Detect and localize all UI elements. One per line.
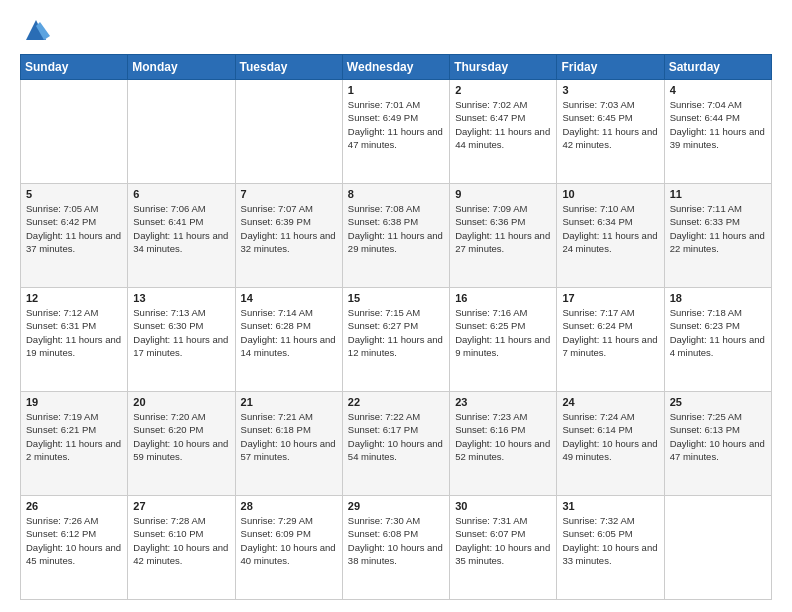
calendar-cell: 26Sunrise: 7:26 AM Sunset: 6:12 PM Dayli…: [21, 496, 128, 600]
day-info: Sunrise: 7:18 AM Sunset: 6:23 PM Dayligh…: [670, 306, 766, 359]
day-info: Sunrise: 7:14 AM Sunset: 6:28 PM Dayligh…: [241, 306, 337, 359]
day-info: Sunrise: 7:24 AM Sunset: 6:14 PM Dayligh…: [562, 410, 658, 463]
day-info: Sunrise: 7:19 AM Sunset: 6:21 PM Dayligh…: [26, 410, 122, 463]
day-info: Sunrise: 7:30 AM Sunset: 6:08 PM Dayligh…: [348, 514, 444, 567]
calendar-cell: 25Sunrise: 7:25 AM Sunset: 6:13 PM Dayli…: [664, 392, 771, 496]
calendar-row: 12Sunrise: 7:12 AM Sunset: 6:31 PM Dayli…: [21, 288, 772, 392]
calendar-cell: 5Sunrise: 7:05 AM Sunset: 6:42 PM Daylig…: [21, 184, 128, 288]
calendar-cell: 22Sunrise: 7:22 AM Sunset: 6:17 PM Dayli…: [342, 392, 449, 496]
day-info: Sunrise: 7:21 AM Sunset: 6:18 PM Dayligh…: [241, 410, 337, 463]
day-info: Sunrise: 7:06 AM Sunset: 6:41 PM Dayligh…: [133, 202, 229, 255]
day-info: Sunrise: 7:16 AM Sunset: 6:25 PM Dayligh…: [455, 306, 551, 359]
calendar-cell: [235, 80, 342, 184]
day-number: 7: [241, 188, 337, 200]
day-number: 21: [241, 396, 337, 408]
calendar-cell: 30Sunrise: 7:31 AM Sunset: 6:07 PM Dayli…: [450, 496, 557, 600]
day-number: 8: [348, 188, 444, 200]
day-number: 19: [26, 396, 122, 408]
calendar-cell: 13Sunrise: 7:13 AM Sunset: 6:30 PM Dayli…: [128, 288, 235, 392]
day-info: Sunrise: 7:26 AM Sunset: 6:12 PM Dayligh…: [26, 514, 122, 567]
day-info: Sunrise: 7:07 AM Sunset: 6:39 PM Dayligh…: [241, 202, 337, 255]
day-number: 10: [562, 188, 658, 200]
calendar-day-header: Friday: [557, 55, 664, 80]
calendar-cell: 10Sunrise: 7:10 AM Sunset: 6:34 PM Dayli…: [557, 184, 664, 288]
calendar-cell: 7Sunrise: 7:07 AM Sunset: 6:39 PM Daylig…: [235, 184, 342, 288]
day-number: 18: [670, 292, 766, 304]
day-number: 26: [26, 500, 122, 512]
calendar-cell: 4Sunrise: 7:04 AM Sunset: 6:44 PM Daylig…: [664, 80, 771, 184]
calendar-day-header: Wednesday: [342, 55, 449, 80]
calendar-cell: 16Sunrise: 7:16 AM Sunset: 6:25 PM Dayli…: [450, 288, 557, 392]
day-number: 24: [562, 396, 658, 408]
header: [20, 16, 772, 44]
calendar-cell: 23Sunrise: 7:23 AM Sunset: 6:16 PM Dayli…: [450, 392, 557, 496]
logo: [20, 16, 50, 44]
calendar-cell: 14Sunrise: 7:14 AM Sunset: 6:28 PM Dayli…: [235, 288, 342, 392]
calendar-cell: 27Sunrise: 7:28 AM Sunset: 6:10 PM Dayli…: [128, 496, 235, 600]
day-number: 3: [562, 84, 658, 96]
calendar-cell: 11Sunrise: 7:11 AM Sunset: 6:33 PM Dayli…: [664, 184, 771, 288]
day-info: Sunrise: 7:10 AM Sunset: 6:34 PM Dayligh…: [562, 202, 658, 255]
day-number: 15: [348, 292, 444, 304]
day-number: 27: [133, 500, 229, 512]
calendar-cell: 3Sunrise: 7:03 AM Sunset: 6:45 PM Daylig…: [557, 80, 664, 184]
day-info: Sunrise: 7:32 AM Sunset: 6:05 PM Dayligh…: [562, 514, 658, 567]
day-info: Sunrise: 7:11 AM Sunset: 6:33 PM Dayligh…: [670, 202, 766, 255]
day-number: 5: [26, 188, 122, 200]
calendar-cell: 19Sunrise: 7:19 AM Sunset: 6:21 PM Dayli…: [21, 392, 128, 496]
day-info: Sunrise: 7:22 AM Sunset: 6:17 PM Dayligh…: [348, 410, 444, 463]
day-info: Sunrise: 7:17 AM Sunset: 6:24 PM Dayligh…: [562, 306, 658, 359]
calendar-cell: 29Sunrise: 7:30 AM Sunset: 6:08 PM Dayli…: [342, 496, 449, 600]
day-number: 6: [133, 188, 229, 200]
day-info: Sunrise: 7:08 AM Sunset: 6:38 PM Dayligh…: [348, 202, 444, 255]
calendar-day-header: Monday: [128, 55, 235, 80]
day-number: 28: [241, 500, 337, 512]
calendar-table: SundayMondayTuesdayWednesdayThursdayFrid…: [20, 54, 772, 600]
calendar-cell: 21Sunrise: 7:21 AM Sunset: 6:18 PM Dayli…: [235, 392, 342, 496]
day-number: 31: [562, 500, 658, 512]
calendar-row: 1Sunrise: 7:01 AM Sunset: 6:49 PM Daylig…: [21, 80, 772, 184]
day-info: Sunrise: 7:31 AM Sunset: 6:07 PM Dayligh…: [455, 514, 551, 567]
calendar-cell: 28Sunrise: 7:29 AM Sunset: 6:09 PM Dayli…: [235, 496, 342, 600]
day-info: Sunrise: 7:03 AM Sunset: 6:45 PM Dayligh…: [562, 98, 658, 151]
day-info: Sunrise: 7:09 AM Sunset: 6:36 PM Dayligh…: [455, 202, 551, 255]
day-info: Sunrise: 7:15 AM Sunset: 6:27 PM Dayligh…: [348, 306, 444, 359]
day-number: 22: [348, 396, 444, 408]
day-info: Sunrise: 7:04 AM Sunset: 6:44 PM Dayligh…: [670, 98, 766, 151]
day-number: 1: [348, 84, 444, 96]
calendar-cell: 18Sunrise: 7:18 AM Sunset: 6:23 PM Dayli…: [664, 288, 771, 392]
day-info: Sunrise: 7:25 AM Sunset: 6:13 PM Dayligh…: [670, 410, 766, 463]
day-info: Sunrise: 7:29 AM Sunset: 6:09 PM Dayligh…: [241, 514, 337, 567]
calendar-cell: 2Sunrise: 7:02 AM Sunset: 6:47 PM Daylig…: [450, 80, 557, 184]
day-number: 25: [670, 396, 766, 408]
day-info: Sunrise: 7:01 AM Sunset: 6:49 PM Dayligh…: [348, 98, 444, 151]
day-number: 29: [348, 500, 444, 512]
day-number: 2: [455, 84, 551, 96]
day-info: Sunrise: 7:02 AM Sunset: 6:47 PM Dayligh…: [455, 98, 551, 151]
day-info: Sunrise: 7:13 AM Sunset: 6:30 PM Dayligh…: [133, 306, 229, 359]
day-number: 14: [241, 292, 337, 304]
calendar-cell: 1Sunrise: 7:01 AM Sunset: 6:49 PM Daylig…: [342, 80, 449, 184]
calendar-cell: 31Sunrise: 7:32 AM Sunset: 6:05 PM Dayli…: [557, 496, 664, 600]
day-number: 13: [133, 292, 229, 304]
calendar-cell: 15Sunrise: 7:15 AM Sunset: 6:27 PM Dayli…: [342, 288, 449, 392]
day-number: 23: [455, 396, 551, 408]
logo-icon: [22, 16, 50, 44]
day-number: 4: [670, 84, 766, 96]
day-info: Sunrise: 7:20 AM Sunset: 6:20 PM Dayligh…: [133, 410, 229, 463]
calendar-cell: 12Sunrise: 7:12 AM Sunset: 6:31 PM Dayli…: [21, 288, 128, 392]
calendar-cell: 8Sunrise: 7:08 AM Sunset: 6:38 PM Daylig…: [342, 184, 449, 288]
calendar-cell: 9Sunrise: 7:09 AM Sunset: 6:36 PM Daylig…: [450, 184, 557, 288]
calendar-row: 5Sunrise: 7:05 AM Sunset: 6:42 PM Daylig…: [21, 184, 772, 288]
calendar-cell: [128, 80, 235, 184]
day-number: 16: [455, 292, 551, 304]
calendar-cell: 20Sunrise: 7:20 AM Sunset: 6:20 PM Dayli…: [128, 392, 235, 496]
day-number: 9: [455, 188, 551, 200]
calendar-row: 26Sunrise: 7:26 AM Sunset: 6:12 PM Dayli…: [21, 496, 772, 600]
day-info: Sunrise: 7:05 AM Sunset: 6:42 PM Dayligh…: [26, 202, 122, 255]
day-number: 12: [26, 292, 122, 304]
day-info: Sunrise: 7:28 AM Sunset: 6:10 PM Dayligh…: [133, 514, 229, 567]
day-number: 11: [670, 188, 766, 200]
calendar-cell: [21, 80, 128, 184]
calendar-day-header: Saturday: [664, 55, 771, 80]
